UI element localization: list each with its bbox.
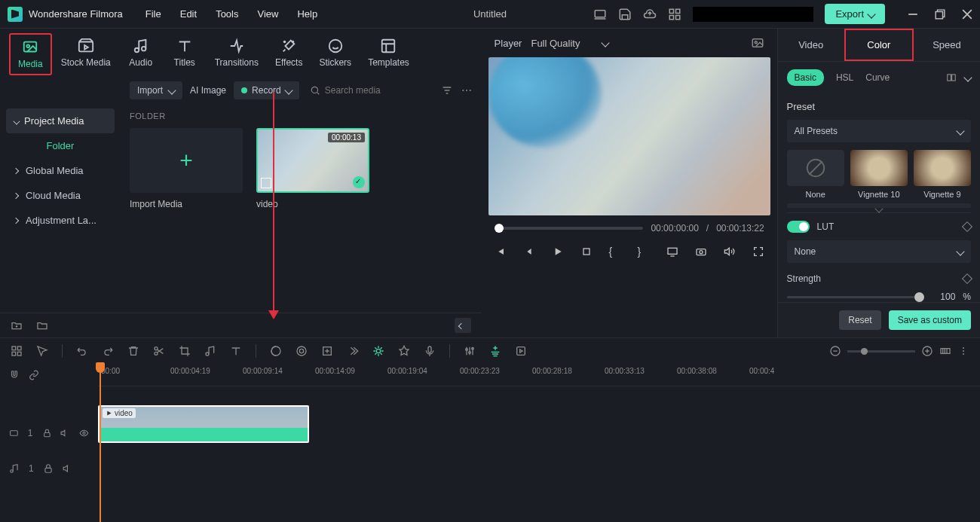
search-input[interactable] [325, 85, 408, 96]
keyframe-icon[interactable] [962, 273, 972, 284]
compare-icon[interactable] [945, 72, 957, 83]
tab-templates[interactable]: Templates [360, 33, 417, 75]
ai-image-button[interactable]: AI Image [190, 85, 226, 96]
maximize-icon[interactable] [935, 9, 945, 20]
preset-dropdown[interactable]: All Presets [787, 120, 971, 142]
strength-value[interactable]: 100 [928, 292, 955, 302]
mark-in-icon[interactable]: { [609, 246, 621, 258]
import-media-card[interactable]: + Import Media [130, 128, 243, 209]
scrubber-handle[interactable] [495, 224, 504, 233]
reset-button[interactable]: Reset [839, 310, 880, 330]
timeline-tracks[interactable]: 00:00 00:00:04:19 00:00:09:14 00:00:14:0… [98, 364, 980, 522]
prop-tab-speed[interactable]: Speed [914, 29, 980, 61]
new-bin-icon[interactable] [36, 319, 48, 331]
mute-icon[interactable] [63, 463, 73, 474]
lut-toggle[interactable] [787, 221, 810, 233]
sidebar-item-folder[interactable]: Folder [6, 133, 115, 158]
preset-vignette-10[interactable]: Vignette 10 [850, 150, 908, 199]
menu-edit[interactable]: Edit [180, 8, 197, 20]
sidebar-item-adjustment-layer[interactable]: Adjustment La... [6, 208, 115, 233]
record-button[interactable]: Record [234, 81, 299, 99]
sub-tab-curve[interactable]: Curve [865, 72, 890, 83]
filter-icon[interactable] [441, 84, 453, 96]
save-icon[interactable] [618, 8, 632, 21]
timeline-clip[interactable]: video [98, 405, 309, 443]
sidebar-item-project-media[interactable]: Project Media [6, 108, 115, 133]
new-folder-icon[interactable] [11, 319, 23, 331]
tab-effects[interactable]: Effects [268, 33, 310, 75]
preset-scroll[interactable] [787, 203, 971, 208]
color-icon[interactable] [270, 345, 282, 357]
display-icon[interactable] [666, 246, 678, 258]
keyframe-tool-icon[interactable] [321, 345, 333, 357]
prop-tab-color[interactable]: Color [844, 29, 914, 61]
crop-icon[interactable] [179, 345, 191, 357]
stop-icon[interactable] [580, 246, 593, 258]
mixer-icon[interactable] [464, 345, 476, 357]
lut-dropdown[interactable]: None [787, 240, 971, 263]
tab-transitions[interactable]: Transitions [207, 33, 266, 75]
delete-icon[interactable] [127, 345, 139, 357]
preview-viewport[interactable] [488, 57, 770, 215]
device-icon[interactable] [593, 8, 607, 21]
menu-tools[interactable]: Tools [216, 8, 238, 20]
strength-slider[interactable] [787, 296, 921, 298]
eye-icon[interactable] [79, 428, 89, 438]
fullscreen-icon[interactable] [752, 246, 764, 258]
camera-icon[interactable] [695, 246, 707, 258]
redo-icon[interactable] [102, 345, 114, 357]
time-ruler[interactable]: 00:00 00:00:04:19 00:00:09:14 00:00:14:0… [98, 364, 980, 386]
search-box[interactable] [307, 82, 433, 99]
cloud-icon[interactable] [643, 8, 657, 21]
ai-icon[interactable] [372, 345, 384, 357]
more-icon[interactable] [461, 84, 473, 96]
select-icon[interactable] [36, 345, 48, 357]
marker-icon[interactable] [398, 345, 410, 357]
quality-dropdown[interactable]: Full Quality [531, 38, 608, 49]
zoom-out-icon[interactable] [829, 345, 841, 357]
link-icon[interactable] [29, 370, 39, 380]
snapshot-icon[interactable] [751, 36, 764, 50]
render-icon[interactable] [515, 345, 527, 357]
speed-icon[interactable] [204, 345, 216, 357]
preset-vignette-9[interactable]: Vignette 9 [914, 150, 971, 199]
minimize-icon[interactable] [908, 9, 918, 20]
play-icon[interactable] [552, 246, 564, 258]
time-scrubber[interactable] [495, 227, 644, 230]
lock-icon[interactable] [43, 463, 54, 474]
add-thumb[interactable]: + [130, 128, 243, 193]
grid-icon[interactable] [11, 345, 23, 357]
menu-file[interactable]: File [145, 8, 161, 20]
playhead[interactable] [100, 364, 101, 522]
undo-icon[interactable] [76, 345, 88, 357]
apps-icon[interactable] [668, 8, 681, 21]
smart-tool-icon[interactable] [489, 345, 501, 357]
chevron-down-icon[interactable] [963, 73, 972, 81]
import-button[interactable]: Import [130, 81, 182, 99]
more-tools-icon[interactable] [347, 345, 359, 357]
split-icon[interactable] [153, 345, 165, 357]
tab-stock-media[interactable]: Stock Media [54, 33, 118, 75]
slider-handle[interactable] [914, 292, 924, 302]
zoom-slider[interactable] [847, 350, 915, 353]
export-button[interactable]: Export [825, 4, 885, 24]
close-icon[interactable] [962, 9, 972, 20]
menu-help[interactable]: Help [297, 8, 317, 20]
mute-icon[interactable] [60, 428, 70, 438]
save-custom-button[interactable]: Save as custom [889, 310, 971, 330]
mask-icon[interactable] [296, 345, 308, 357]
tab-audio[interactable]: Audio [120, 33, 162, 75]
voice-icon[interactable] [424, 345, 436, 357]
prop-tab-video[interactable]: Video [778, 29, 844, 61]
sidebar-item-cloud-media[interactable]: Cloud Media [6, 183, 115, 208]
lock-icon[interactable] [42, 428, 52, 438]
sidebar-item-global-media[interactable]: Global Media [6, 158, 115, 183]
collapse-sidebar-button[interactable] [455, 318, 471, 333]
tab-media[interactable]: Media [9, 33, 52, 75]
step-back-icon[interactable] [523, 246, 535, 258]
magnet-icon[interactable] [9, 370, 20, 380]
menu-view[interactable]: View [257, 8, 278, 20]
volume-icon[interactable] [724, 246, 736, 258]
mark-out-icon[interactable]: } [638, 246, 650, 258]
keyframe-icon[interactable] [962, 221, 972, 232]
